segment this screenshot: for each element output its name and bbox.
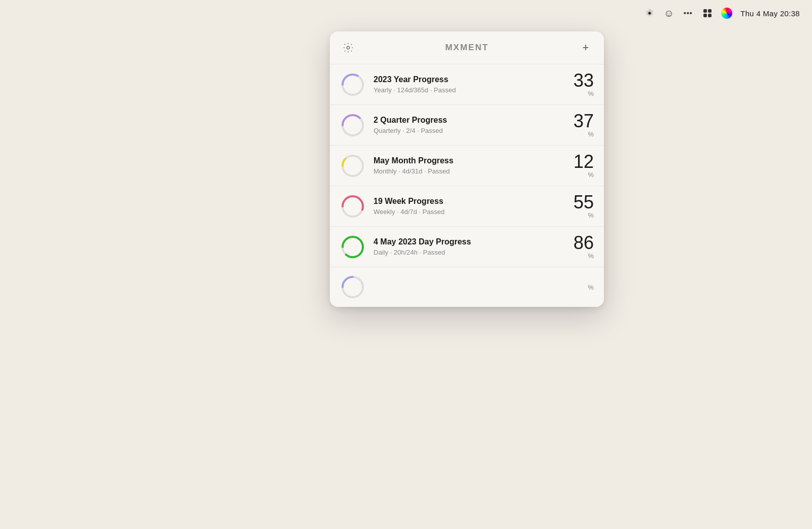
item-title-week-progress: 19 Week Progress	[374, 197, 555, 206]
item-text-month-progress: May Month Progress Monthly · 4d/31d · Pa…	[374, 156, 555, 175]
progress-item-year-progress[interactable]: 2023 Year Progress Yearly · 124d/365d · …	[330, 64, 604, 105]
percentage-symbol-unknown-progress: %	[563, 284, 594, 291]
circle-year-progress	[340, 72, 365, 97]
svg-rect-1	[708, 9, 712, 13]
item-percentage-quarter-progress: 37 %	[563, 112, 594, 138]
circle-unknown-progress	[340, 274, 365, 300]
item-subtitle-month-progress: Monthly · 4d/31d · Passed	[374, 167, 555, 175]
svg-point-14	[343, 237, 363, 257]
percentage-symbol-day-progress: %	[563, 252, 594, 260]
item-percentage-year-progress: 33 %	[563, 72, 594, 97]
mxment-popup: MXMENT + 2023 Year Progress Yearly · 124…	[330, 31, 604, 307]
gear-icon[interactable]	[644, 8, 655, 19]
menubar: ☺ ••• Thu 4 May 20:38	[0, 0, 812, 26]
siri-icon[interactable]	[721, 8, 732, 19]
circle-day-progress	[340, 234, 365, 260]
item-subtitle-week-progress: Weekly · 4d/7d · Passed	[374, 208, 555, 216]
menubar-icons: ☺ ••• Thu 4 May 20:38	[644, 8, 800, 19]
settings-button[interactable]	[340, 40, 356, 56]
progress-item-day-progress[interactable]: 4 May 2023 Day Progress Daily · 20h/24h …	[330, 227, 604, 267]
item-title-day-progress: 4 May 2023 Day Progress	[374, 237, 555, 246]
circle-quarter-progress	[340, 113, 365, 138]
progress-item-unknown-progress[interactable]: %	[330, 267, 604, 307]
item-text-year-progress: 2023 Year Progress Yearly · 124d/365d · …	[374, 75, 555, 94]
item-text-quarter-progress: 2 Quarter Progress Quarterly · 2/4 · Pas…	[374, 116, 555, 134]
item-subtitle-quarter-progress: Quarterly · 2/4 · Passed	[374, 127, 555, 134]
plus-icon: +	[583, 41, 589, 54]
item-subtitle-day-progress: Daily · 20h/24h · Passed	[374, 249, 555, 256]
percentage-number-month-progress: 12	[563, 153, 594, 171]
item-percentage-day-progress: 86 %	[563, 234, 594, 260]
item-percentage-month-progress: 12 %	[563, 153, 594, 179]
control-center-icon[interactable]	[702, 8, 713, 19]
circle-month-progress	[340, 153, 365, 179]
popup-header: MXMENT +	[330, 31, 604, 64]
circle-week-progress	[340, 194, 365, 219]
item-title-year-progress: 2023 Year Progress	[374, 75, 555, 84]
face-icon[interactable]: ☺	[663, 8, 674, 19]
item-title-month-progress: May Month Progress	[374, 156, 555, 165]
item-text-unknown-progress	[374, 286, 555, 288]
progress-list: 2023 Year Progress Yearly · 124d/365d · …	[330, 64, 604, 307]
percentage-number-quarter-progress: 37	[563, 112, 594, 130]
svg-rect-2	[703, 14, 707, 17]
svg-rect-3	[708, 14, 712, 17]
percentage-symbol-week-progress: %	[563, 211, 594, 219]
svg-rect-0	[703, 9, 707, 13]
item-text-week-progress: 19 Week Progress Weekly · 4d/7d · Passed	[374, 197, 555, 216]
percentage-symbol-month-progress: %	[563, 171, 594, 179]
svg-point-4	[347, 46, 350, 49]
menubar-time: Thu 4 May 20:38	[740, 9, 800, 18]
progress-item-quarter-progress[interactable]: 2 Quarter Progress Quarterly · 2/4 · Pas…	[330, 105, 604, 146]
item-subtitle-year-progress: Yearly · 124d/365d · Passed	[374, 86, 555, 94]
item-title-quarter-progress: 2 Quarter Progress	[374, 116, 555, 125]
item-text-day-progress: 4 May 2023 Day Progress Daily · 20h/24h …	[374, 237, 555, 256]
percentage-number-year-progress: 33	[563, 72, 594, 90]
progress-item-week-progress[interactable]: 19 Week Progress Weekly · 4d/7d · Passed…	[330, 186, 604, 227]
add-button[interactable]: +	[578, 40, 594, 56]
percentage-symbol-quarter-progress: %	[563, 130, 594, 138]
more-icon[interactable]: •••	[683, 8, 694, 19]
popup-title: MXMENT	[356, 43, 578, 53]
percentage-number-day-progress: 86	[563, 234, 594, 252]
percentage-symbol-year-progress: %	[563, 90, 594, 97]
item-percentage-unknown-progress: %	[563, 284, 594, 291]
item-percentage-week-progress: 55 %	[563, 193, 594, 219]
percentage-number-week-progress: 55	[563, 193, 594, 211]
progress-item-month-progress[interactable]: May Month Progress Monthly · 4d/31d · Pa…	[330, 146, 604, 186]
